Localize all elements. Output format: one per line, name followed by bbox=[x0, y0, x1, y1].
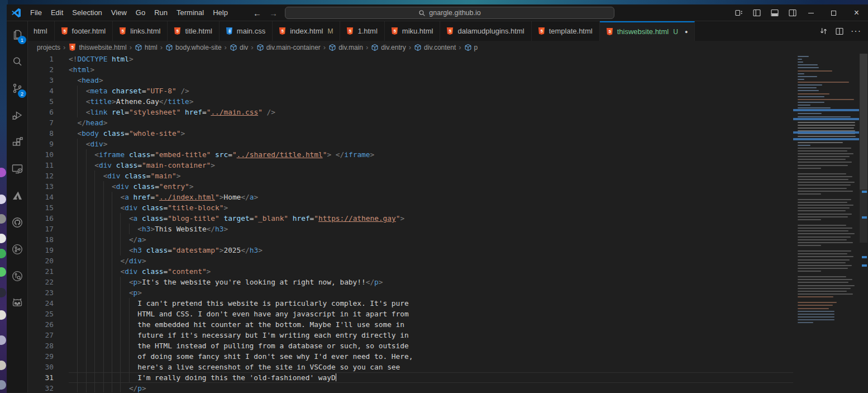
breadcrumb-item-div.content[interactable]: div.content bbox=[414, 44, 456, 51]
code-line-15[interactable]: 15 <div class="title-block"> bbox=[28, 202, 793, 213]
activity-source-control-graph-icon[interactable] bbox=[7, 236, 28, 263]
breadcrumb-item-p[interactable]: p bbox=[464, 44, 478, 51]
code-line-6[interactable]: 6 <link rel="stylesheet" href="../main.c… bbox=[28, 107, 793, 117]
activity-source-control-icon[interactable]: 2 bbox=[7, 75, 28, 102]
code-line-1[interactable]: 1<!DOCTYPE html> bbox=[28, 54, 793, 64]
line-number[interactable]: 8 bbox=[28, 128, 54, 139]
code-line-5[interactable]: 5 <title>Athene.Gay</title> bbox=[28, 96, 793, 107]
activity-run-debug-icon[interactable] bbox=[7, 102, 28, 129]
line-number[interactable]: 21 bbox=[28, 266, 54, 277]
line-number[interactable]: 14 bbox=[28, 192, 54, 202]
code-line-25[interactable]: 25 HTML and CSS. I don't even have any j… bbox=[28, 309, 793, 319]
menu-go[interactable]: Go bbox=[131, 6, 150, 19]
code-line-11[interactable]: 11 <div class="main-container"> bbox=[28, 160, 793, 171]
compare-changes-icon[interactable] bbox=[819, 26, 828, 36]
menu-terminal[interactable]: Terminal bbox=[172, 6, 208, 19]
menu-selection[interactable]: Selection bbox=[68, 6, 106, 19]
editor-scrollbar[interactable] bbox=[859, 54, 868, 392]
code-line-28[interactable]: 28 the HTML instead of pulling from a da… bbox=[28, 340, 793, 351]
tab-title.html[interactable]: 5title.html bbox=[168, 21, 219, 41]
menu-file[interactable]: File bbox=[26, 6, 46, 19]
nav-back-button[interactable]: ← bbox=[253, 8, 261, 18]
code-line-31[interactable]: 31 I'm really doing this the 'old-fashio… bbox=[28, 372, 793, 383]
code-line-12[interactable]: 12 <div class="main"> bbox=[28, 171, 793, 181]
code-line-16[interactable]: 16 <a class="blog-title" target="_blank"… bbox=[28, 213, 793, 224]
breadcrumb-item-projects[interactable]: projects bbox=[37, 44, 60, 51]
more-actions-icon[interactable]: ··· bbox=[851, 26, 861, 36]
dirty-indicator-icon[interactable]: ● bbox=[685, 29, 688, 35]
tab-index.html[interactable]: 5index.htmlM bbox=[273, 21, 340, 41]
line-number[interactable]: 17 bbox=[28, 224, 54, 234]
code-line-10[interactable]: 10 <iframe class="embed-title" src="../s… bbox=[28, 149, 793, 160]
line-number[interactable]: 30 bbox=[28, 362, 54, 372]
close-button[interactable]: × bbox=[845, 4, 868, 21]
breadcrumb-item-div.main-container[interactable]: div.main-container bbox=[256, 44, 321, 51]
line-number[interactable]: 26 bbox=[28, 319, 54, 330]
tab-dalamudplugins.html[interactable]: 5dalamudplugins.html bbox=[440, 21, 531, 41]
code-line-14[interactable]: 14 <a href="../index.html">Home</a> bbox=[28, 192, 793, 202]
code-line-22[interactable]: 22 <p>It's the website you're looking at… bbox=[28, 277, 793, 287]
line-number[interactable]: 3 bbox=[28, 75, 54, 86]
toggle-panel-button[interactable] bbox=[769, 7, 781, 19]
code-line-32[interactable]: 32 </p> bbox=[28, 383, 793, 392]
customize-layout-button[interactable] bbox=[733, 7, 745, 19]
line-number[interactable]: 9 bbox=[28, 139, 54, 149]
tab-miku.html[interactable]: 5miku.html bbox=[385, 21, 441, 41]
code-line-27[interactable]: 27 future if it's necessary but I'm writ… bbox=[28, 330, 793, 340]
code-line-23[interactable]: 23 <p> bbox=[28, 287, 793, 298]
tab-footer.html[interactable]: 5footer.html bbox=[55, 21, 113, 41]
line-number[interactable]: 31 bbox=[28, 372, 54, 383]
code-line-24[interactable]: 24 I can't pretend this website is parti… bbox=[28, 298, 793, 309]
line-number[interactable]: 27 bbox=[28, 330, 54, 340]
nav-forward-button[interactable]: → bbox=[269, 8, 278, 18]
line-number[interactable]: 12 bbox=[28, 171, 54, 181]
line-number[interactable]: 23 bbox=[28, 287, 54, 298]
code-line-9[interactable]: 9 <div> bbox=[28, 139, 793, 149]
minimize-button[interactable] bbox=[799, 4, 822, 21]
breadcrumb-item-div[interactable]: div bbox=[230, 44, 248, 51]
line-number[interactable]: 7 bbox=[28, 117, 54, 128]
maximize-button[interactable] bbox=[822, 4, 845, 21]
line-number[interactable]: 11 bbox=[28, 160, 54, 171]
line-number[interactable]: 19 bbox=[28, 245, 54, 255]
activity-explorer-icon[interactable]: 1 bbox=[7, 21, 28, 48]
activity-remote-explorer-icon[interactable] bbox=[7, 155, 28, 182]
tab-links.html[interactable]: 5links.html bbox=[113, 21, 168, 41]
line-number[interactable]: 5 bbox=[28, 96, 54, 107]
activity-extensions-icon[interactable] bbox=[7, 129, 28, 155]
line-number[interactable]: 22 bbox=[28, 277, 54, 287]
activity-search-icon[interactable] bbox=[7, 48, 28, 75]
activity-gitlens-inspect-icon[interactable] bbox=[7, 263, 28, 290]
menu-help[interactable]: Help bbox=[208, 6, 232, 19]
activity-github-icon[interactable] bbox=[7, 209, 28, 236]
line-number[interactable]: 13 bbox=[28, 181, 54, 192]
line-number[interactable]: 1 bbox=[28, 54, 54, 64]
breadcrumb-item-body.whole-site[interactable]: body.whole-site bbox=[165, 44, 222, 51]
menu-edit[interactable]: Edit bbox=[46, 6, 68, 19]
tab-main.css[interactable]: 3main.css bbox=[220, 21, 273, 41]
menu-run[interactable]: Run bbox=[150, 6, 172, 19]
code-line-3[interactable]: 3 <head> bbox=[28, 75, 793, 86]
line-number[interactable]: 25 bbox=[28, 309, 54, 319]
code-line-17[interactable]: 17 <h3>This Website</h3> bbox=[28, 224, 793, 234]
breadcrumb-item-html[interactable]: html bbox=[135, 44, 158, 51]
line-number[interactable]: 15 bbox=[28, 202, 54, 213]
code-editor[interactable]: 1<!DOCTYPE html>2<html>3 <head>4 <meta c… bbox=[28, 54, 793, 392]
code-line-2[interactable]: 2<html> bbox=[28, 64, 793, 75]
tab-thiswebsite.html[interactable]: 5thiswebsite.htmlU● bbox=[600, 21, 695, 41]
code-line-13[interactable]: 13 <div class="entry"> bbox=[28, 181, 793, 192]
code-line-29[interactable]: 29 of doing some fancy shit I don't see … bbox=[28, 351, 793, 362]
toggle-secondary-sidebar-button[interactable] bbox=[786, 7, 799, 19]
breadcrumb-item-thiswebsite.html[interactable]: 5thiswebsite.html bbox=[68, 43, 126, 51]
tab-html[interactable]: html bbox=[28, 21, 55, 41]
line-number[interactable]: 24 bbox=[28, 298, 54, 309]
line-number[interactable]: 4 bbox=[28, 86, 54, 96]
tab-template.html[interactable]: 5template.html bbox=[532, 21, 600, 41]
line-number[interactable]: 10 bbox=[28, 149, 54, 160]
line-number[interactable]: 2 bbox=[28, 64, 54, 75]
toggle-primary-sidebar-button[interactable] bbox=[751, 7, 763, 19]
code-line-20[interactable]: 20 </div> bbox=[28, 255, 793, 266]
line-number[interactable]: 6 bbox=[28, 107, 54, 117]
minimap[interactable] bbox=[793, 54, 859, 392]
activity-godot-tools-icon[interactable] bbox=[7, 290, 28, 316]
